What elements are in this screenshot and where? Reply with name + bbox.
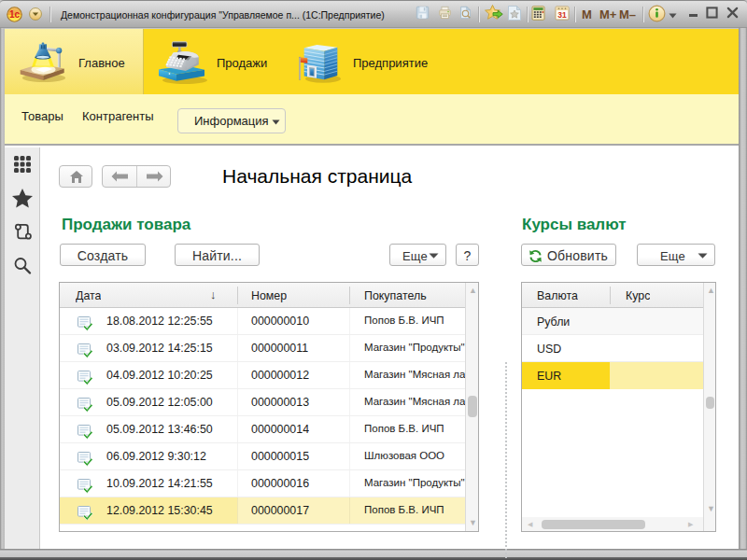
svg-text:31: 31 <box>557 10 567 20</box>
svg-text:1c: 1c <box>9 9 21 20</box>
